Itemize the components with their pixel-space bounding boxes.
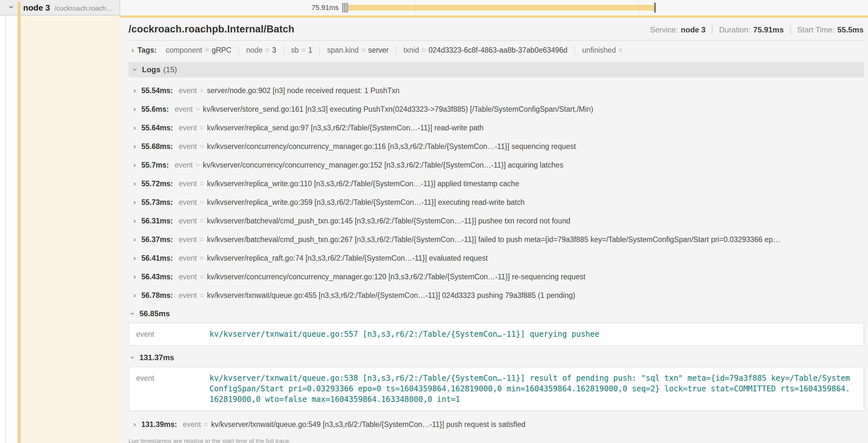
log-field-key: event — [179, 142, 196, 151]
tag-key: sb — [291, 46, 299, 54]
log-entry[interactable]: 55.68ms: event kv/kvserver/concurrency/c… — [128, 137, 864, 156]
equals-sign — [301, 46, 306, 54]
chevron-right-icon[interactable] — [130, 198, 139, 207]
equals-sign — [200, 217, 204, 225]
timeline-header[interactable]: 75.91ms — [120, 0, 868, 15]
equals-sign — [422, 46, 426, 54]
log-entry-detail-table: event kv/kvserver/txnwait/queue.go:538 [… — [128, 367, 864, 411]
log-timestamp: 56.41ms: — [141, 254, 173, 263]
log-field-value: kv/kvserver/concurrency/concurrency_mana… — [207, 273, 585, 281]
log-entry[interactable]: 56.41ms: event kv/kvserver/replica_raft.… — [128, 249, 864, 267]
log-field-value: kv/kvserver/txnwait/queue.go:455 [n3,s3,… — [207, 291, 575, 300]
log-entry[interactable]: 55.6ms: event kv/kvserver/store_send.go:… — [128, 100, 864, 118]
equals-sign — [200, 142, 204, 151]
log-entry[interactable]: 56.43ms: event kv/kvserver/concurrency/c… — [128, 267, 864, 286]
log-field-key: event — [179, 254, 196, 263]
log-timestamp: 55.6ms: — [141, 105, 169, 114]
chevron-right-icon[interactable] — [130, 291, 139, 300]
equals-sign — [200, 254, 204, 263]
tag-item: node3 — [238, 46, 283, 55]
span-bar[interactable] — [348, 5, 654, 10]
log-entry[interactable]: 56.37ms: event kv/kvserver/batcheval/cmd… — [128, 230, 864, 249]
log-entry[interactable]: 55.54ms: event server/node.go:902 [n3] n… — [128, 81, 864, 100]
chevron-right-icon[interactable] — [130, 123, 139, 132]
log-entry[interactable]: 56.78ms: event kv/kvserver/txnwait/queue… — [128, 286, 864, 305]
chevron-right-icon[interactable] — [130, 105, 139, 114]
equals-sign — [265, 46, 269, 54]
equals-sign — [200, 87, 204, 95]
chevron-right-icon[interactable] — [130, 253, 139, 263]
equals-sign — [196, 105, 200, 114]
span-detail-title: /cockroach.roachpb.Internal/Batch — [128, 24, 294, 35]
tag-key: txnid — [403, 46, 419, 54]
log-timestamp: 131.39ms: — [141, 420, 177, 429]
log-entries-list: 55.54ms: event server/node.go:902 [n3] n… — [128, 81, 864, 443]
log-field-key: event — [179, 179, 196, 188]
log-entry[interactable]: 131.39ms: event kv/kvserver/txnwait/queu… — [128, 415, 864, 434]
chevron-right-icon[interactable] — [130, 179, 139, 188]
log-field-value: kv/kvserver/batcheval/cmd_push_txn.go:14… — [207, 217, 570, 225]
start-time-meta-value: 55.5ms — [837, 25, 864, 34]
chevron-right-icon[interactable] — [130, 142, 139, 151]
log-entry[interactable]: 55.64ms: event kv/kvserver/replica_send.… — [128, 118, 864, 137]
chevron-down-icon[interactable] — [131, 65, 140, 74]
equals-sign — [200, 179, 204, 188]
log-field-key: event — [179, 273, 196, 281]
chevron-down-icon[interactable]: › — [6, 2, 16, 12]
chevron-right-icon[interactable] — [130, 216, 139, 225]
tags-section-header[interactable]: Tags: componentgRPC node3 sb1 span.kinds… — [128, 41, 864, 59]
chevron-right-icon[interactable] — [130, 272, 139, 281]
chevron-right-icon[interactable] — [130, 420, 139, 429]
chevron-right-icon[interactable] — [130, 161, 139, 170]
logs-footnote: Log timestamps are relative to the start… — [128, 438, 864, 443]
log-field-value: kv/kvserver/txnwait/queue.go:549 [n3,s3,… — [211, 420, 526, 429]
log-field-value: kv/kvserver/replica_send.go:97 [n3,s3,r6… — [207, 124, 484, 132]
log-timestamp: 55.7ms: — [141, 161, 169, 170]
log-field-key: event — [179, 217, 196, 225]
chevron-right-icon[interactable] — [130, 235, 139, 244]
log-field-key: event — [136, 329, 210, 340]
operation-name: /cockroach.roach… — [55, 4, 113, 12]
log-field-value: kv/kvserver/txnwait/queue.go:557 [n3,s3,… — [210, 329, 855, 340]
chevron-down-icon[interactable] — [128, 353, 137, 362]
chevron-down-icon[interactable] — [128, 309, 137, 318]
equals-sign — [200, 235, 204, 244]
chevron-right-icon[interactable] — [130, 86, 139, 95]
span-row[interactable]: › node 3 /cockroach.roach… 75.91ms — [0, 0, 868, 15]
log-field-key: event — [136, 373, 210, 405]
tag-value: 3 — [272, 46, 276, 54]
log-entry[interactable]: 56.31ms: event kv/kvserver/batcheval/cmd… — [128, 211, 864, 230]
log-field-key: event — [175, 161, 193, 170]
duration-label: 75.91ms — [287, 3, 339, 12]
logs-section-header[interactable]: Logs (15) — [128, 62, 864, 77]
log-field-value: kv/kvserver/txnwait/queue.go:538 [n3,s3,… — [210, 373, 855, 405]
service-meta-label: Service: — [650, 25, 678, 34]
log-timestamp: 131.37ms — [140, 353, 174, 362]
equals-sign — [200, 198, 204, 207]
logs-title: Logs — [142, 65, 160, 74]
equals-sign — [204, 420, 208, 429]
log-entry[interactable]: 55.73ms: event kv/kvserver/replica_write… — [128, 193, 864, 211]
log-timestamp: 56.37ms: — [141, 235, 173, 244]
log-field-key: event — [179, 291, 196, 300]
tree-indent-guide — [5, 15, 6, 443]
chevron-right-icon[interactable] — [128, 45, 137, 55]
tag-key: component — [166, 46, 203, 54]
log-entry[interactable]: 55.72ms: event kv/kvserver/replica_write… — [128, 174, 864, 193]
log-entry-expanded-header[interactable]: 56.85ms — [128, 306, 864, 321]
log-field-value: kv/kvserver/replica_write.go:110 [n3,s3,… — [207, 179, 519, 188]
log-timestamp: 55.64ms: — [141, 124, 173, 132]
equals-sign — [362, 46, 366, 54]
tag-item: txnid024d3323-6c8f-4863-aa8b-37ab0e63496… — [396, 46, 575, 55]
equals-sign — [205, 46, 209, 54]
duration-meta-label: Duration: — [719, 25, 750, 34]
log-entry[interactable]: 55.7ms: event kv/kvserver/concurrency/co… — [128, 156, 864, 174]
log-entry-expanded-header[interactable]: 131.37ms — [128, 350, 864, 365]
log-entry-detail-table: event kv/kvserver/txnwait/queue.go:557 [… — [128, 322, 864, 346]
log-timestamp: 55.72ms: — [141, 179, 173, 188]
service-name: node 3 — [23, 3, 50, 13]
equals-sign — [200, 124, 204, 132]
span-end-marker — [654, 3, 656, 12]
log-timestamp: 55.54ms: — [141, 87, 173, 95]
log-field-value: kv/kvserver/batcheval/cmd_push_txn.go:26… — [207, 235, 780, 244]
